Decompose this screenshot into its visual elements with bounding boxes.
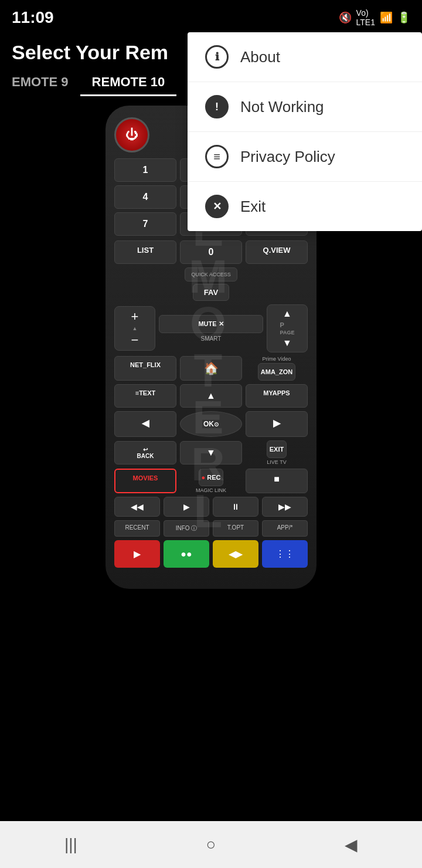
livetv-label: LIVE TV [267, 459, 286, 465]
rec-button[interactable]: ● REC [199, 469, 224, 486]
netflix-button[interactable]: NET_FLIX [114, 356, 176, 381]
back-button[interactable]: ↩BACK [114, 441, 176, 464]
vol-down-icon: − [131, 334, 139, 347]
dropdown-privacy[interactable]: ≡ Privacy Policy [188, 132, 422, 182]
nav-recent-button[interactable]: ||| [64, 835, 77, 854]
exit-button[interactable]: EXIT [267, 440, 287, 458]
home-button[interactable]: 🏠 [180, 356, 242, 381]
vol-mute-ch-row: + ▲ − MUTE ✕ SMART ▲ PPAGE ▼ [114, 304, 308, 352]
dpad-right-button[interactable]: ▶ [246, 411, 308, 437]
amazon-area: Prime Video AMA_ZON [246, 356, 308, 381]
amazon-button[interactable]: AMA_ZON [258, 363, 295, 381]
info-row: RECENT INFO ⓘ T.OPT APP/* [114, 520, 308, 537]
warning-icon: ! [205, 95, 229, 118]
btn-7[interactable]: 7 [114, 212, 176, 236]
smart-label: SMART [201, 335, 222, 342]
pause-button[interactable]: ⏸ [213, 497, 258, 517]
fav-button[interactable]: FAV [193, 284, 229, 301]
volume-control: + ▲ − [114, 306, 155, 351]
document-icon: ≡ [205, 145, 229, 168]
battery-icon: 🔋 [397, 11, 410, 24]
magic-link-label: MAGIC LINK [196, 487, 226, 493]
privacy-label: Privacy Policy [240, 148, 335, 166]
status-icons: 🔇 Vo)LTE1 📶 🔋 [339, 8, 410, 27]
btn-0[interactable]: 0 [180, 240, 242, 264]
about-label: About [240, 48, 280, 66]
signal-icon: Vo)LTE1 [356, 8, 375, 27]
exit-area: EXIT LIVE TV [246, 440, 308, 465]
mute-icon: 🔇 [339, 11, 352, 24]
red-button[interactable]: ▶ [114, 540, 160, 568]
play-button[interactable]: ▶ [164, 497, 209, 517]
tab-remote-9[interactable]: EMOTE 9 [0, 70, 80, 96]
power-button[interactable]: ⏻ [114, 117, 149, 152]
dropdown-menu: ℹ About ! Not Working ≡ Privacy Policy ✕… [188, 32, 422, 231]
dropdown-about[interactable]: ℹ About [188, 32, 422, 82]
not-working-label: Not Working [240, 98, 324, 116]
btn-4[interactable]: 4 [114, 185, 176, 209]
dropdown-not-working[interactable]: ! Not Working [188, 82, 422, 132]
quick-access-button[interactable]: QUICK ACCESS [185, 267, 237, 282]
app-button[interactable]: APP/* [262, 520, 308, 537]
special-row: LIST 0 Q.VIEW [114, 240, 308, 264]
stop-button[interactable]: ■ [246, 469, 308, 493]
color-buttons-row: ▶ ●● ◀▶ ⋮⋮ [114, 540, 308, 568]
power-icon: ⏻ [125, 127, 138, 143]
status-time: 11:09 [12, 8, 54, 27]
nav-home-button[interactable]: ○ [206, 835, 216, 854]
vol-up-icon: + [131, 310, 139, 323]
vol-label: ▲ [132, 326, 138, 331]
prime-label: Prime Video [263, 356, 291, 362]
rec-area: ● REC MAGIC LINK [180, 469, 242, 493]
text-apps-row: ≡TEXT ▲ MYAPPS [114, 384, 308, 408]
status-bar: 11:09 🔇 Vo)LTE1 📶 🔋 [0, 0, 422, 35]
green-button[interactable]: ●● [164, 540, 209, 568]
page-label: PPAGE [280, 321, 295, 335]
streaming-row: NET_FLIX 🏠 Prime Video AMA_ZON [114, 356, 308, 381]
qview-button[interactable]: Q.VIEW [246, 240, 308, 264]
nav-bar: ||| ○ ◀ [0, 821, 422, 868]
info-icon: ℹ [205, 45, 229, 69]
myapps-button[interactable]: MYAPPS [246, 384, 308, 408]
yellow-button[interactable]: ◀▶ [213, 540, 258, 568]
recent-button[interactable]: RECENT [114, 520, 160, 537]
blue-button[interactable]: ⋮⋮ [262, 540, 308, 568]
movies-button[interactable]: MOVIES [114, 469, 176, 493]
exit-icon: ✕ [205, 195, 229, 218]
fast-forward-button[interactable]: ▶▶ [262, 497, 308, 517]
ch-up-icon: ▲ [283, 308, 292, 319]
wifi-icon: 📶 [380, 11, 393, 24]
rewind-button[interactable]: ◀◀ [114, 497, 160, 517]
playback-row: ◀◀ ▶ ⏸ ▶▶ [114, 497, 308, 517]
list-button[interactable]: LIST [114, 240, 176, 264]
quick-access-row: QUICK ACCESS FAV [114, 267, 308, 301]
dpad-up-button[interactable]: ▲ [180, 384, 242, 408]
dpad-down-button[interactable]: ▼ [180, 441, 242, 464]
nav-back-button[interactable]: ◀ [345, 835, 358, 855]
back-exit-row: ↩BACK ▼ EXIT LIVE TV [114, 440, 308, 465]
topt-button[interactable]: T.OPT [213, 520, 258, 537]
channel-control: ▲ PPAGE ▼ [267, 304, 308, 352]
rec-row: MOVIES ● REC MAGIC LINK ■ [114, 469, 308, 493]
ch-down-icon: ▼ [283, 338, 292, 348]
dropdown-exit[interactable]: ✕ Exit [188, 182, 422, 231]
dpad-middle-row: ◀ OK⊙ ▶ [114, 411, 308, 437]
exit-label: Exit [240, 198, 266, 216]
mute-button[interactable]: MUTE ✕ [159, 315, 263, 333]
ok-button[interactable]: OK⊙ [180, 411, 242, 437]
info-button[interactable]: INFO ⓘ [164, 520, 209, 537]
dpad-left-button[interactable]: ◀ [114, 411, 176, 437]
text-button[interactable]: ≡TEXT [114, 384, 176, 408]
tab-remote-10[interactable]: REMOTE 10 [80, 70, 177, 96]
btn-1[interactable]: 1 [114, 158, 176, 182]
mute-smart-area: MUTE ✕ SMART [159, 315, 263, 342]
